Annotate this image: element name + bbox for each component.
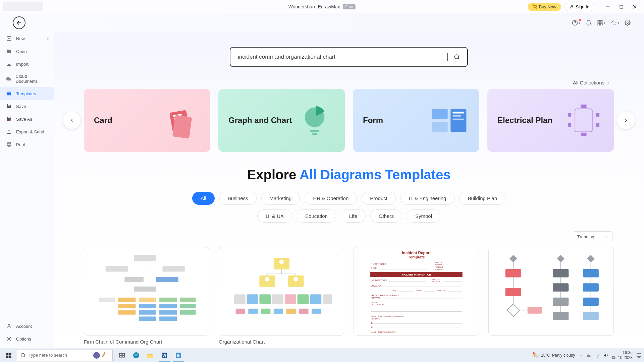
carousel-prev-button[interactable] [63, 112, 80, 129]
file-explorer-icon[interactable] [144, 349, 157, 362]
volume-icon[interactable] [603, 353, 609, 358]
chip-education[interactable]: Education [297, 209, 336, 223]
chip-business[interactable]: Business [219, 192, 257, 205]
template-card[interactable]: Incident Report Template REPORTED BY: DA… [354, 247, 479, 345]
svg-rect-93 [323, 294, 332, 304]
sidebar-item-import[interactable]: Import [0, 58, 54, 70]
sidebar-item-export[interactable]: Export & Send [0, 125, 54, 138]
weather-temp: 28°C [541, 353, 550, 358]
sidebar-item-account[interactable]: Account [0, 320, 54, 333]
svg-text:INCIDENT: INCIDENT [434, 266, 443, 268]
svg-rect-90 [284, 294, 296, 304]
word-icon[interactable]: W [158, 349, 171, 362]
export-icon [6, 129, 12, 135]
chip-building-plan[interactable]: Building Plan [459, 192, 505, 205]
start-button[interactable] [2, 349, 15, 362]
svg-rect-48 [596, 113, 599, 117]
edge-icon[interactable] [129, 349, 143, 362]
chip-ui-ux[interactable]: UI & UX [257, 209, 292, 223]
chip-life[interactable]: Life [341, 209, 366, 223]
svg-point-23 [9, 119, 11, 121]
sidebar-item-save[interactable]: Save [0, 100, 54, 113]
search-box[interactable] [230, 47, 468, 67]
category-card-form[interactable]: Form [353, 89, 479, 152]
add-icon[interactable]: + [46, 36, 49, 41]
minimize-button[interactable] [601, 2, 614, 12]
svg-text:Applicable):: Applicable): [371, 297, 380, 299]
sidebar-item-open[interactable]: Open [0, 45, 54, 58]
cart-icon [532, 4, 537, 9]
apps-button[interactable]: ▾ [597, 20, 605, 26]
chip-all[interactable]: All [192, 192, 215, 205]
sign-in-button[interactable]: Sign In [565, 3, 594, 11]
edrawmax-icon[interactable]: E [172, 349, 185, 362]
text-cursor [447, 53, 448, 61]
svg-rect-38 [312, 133, 317, 135]
print-icon [6, 141, 12, 147]
svg-text:ROLE:: ROLE: [371, 267, 377, 269]
svg-text:INCIDENT INFORMATION: INCIDENT INFORMATION [402, 273, 431, 276]
search-input[interactable] [238, 54, 446, 60]
svg-marker-162 [587, 255, 595, 263]
category-card-graph[interactable]: Graph and Chart [218, 89, 345, 152]
svg-rect-44 [452, 119, 464, 120]
svg-rect-22 [8, 117, 10, 118]
all-collections-label: All Collections [573, 80, 604, 85]
svg-point-191 [533, 352, 535, 354]
close-button[interactable] [628, 2, 641, 12]
chip-symbol[interactable]: Symbol [407, 209, 440, 223]
tray-chevron-icon[interactable] [579, 353, 583, 357]
clock[interactable]: 16:35 05-10-2023 [612, 350, 633, 360]
save-as-icon [6, 116, 12, 122]
maximize-button[interactable] [614, 2, 628, 12]
svg-rect-42 [452, 112, 464, 113]
svg-rect-179 [120, 353, 122, 355]
category-card-card[interactable]: Card [84, 89, 210, 152]
notifications-button[interactable] [586, 20, 592, 26]
taskbar: Type here to search W E 28°C Partly clou… [0, 348, 644, 362]
buy-now-button[interactable]: Buy Now [528, 3, 561, 11]
category-card-electrical[interactable]: Electrical Plan [487, 89, 614, 152]
svg-text:LOCATION:: LOCATION: [371, 285, 382, 287]
task-view-button[interactable] [115, 349, 129, 362]
back-button[interactable] [13, 16, 25, 29]
svg-point-192 [597, 357, 597, 357]
chip-product[interactable]: Product [362, 192, 396, 205]
notification-center-icon[interactable] [636, 352, 642, 358]
sort-select[interactable]: Trending [573, 231, 612, 242]
carousel-next-button[interactable] [617, 112, 635, 129]
search-icon[interactable] [454, 54, 460, 60]
svg-rect-171 [6, 353, 9, 355]
chip-others[interactable]: Others [370, 209, 402, 223]
all-collections-link[interactable]: All Collections [573, 80, 610, 85]
svg-point-0 [534, 8, 534, 9]
chip-hr-operation[interactable]: HR & Operation [305, 192, 357, 205]
interface-button[interactable]: ▾ [611, 20, 619, 26]
template-card[interactable]: Organizational Chart [219, 247, 344, 345]
sidebar-item-options[interactable]: Options [0, 333, 54, 345]
svg-text:INVOLVED:: INVOLVED: [371, 318, 380, 320]
taskbar-search[interactable]: Type here to search [17, 350, 113, 361]
settings-button[interactable] [625, 20, 631, 26]
home-tab-stub[interactable] [3, 2, 43, 11]
svg-rect-11 [598, 23, 599, 25]
svg-rect-89 [272, 294, 283, 304]
sidebar-item-print[interactable]: Print [0, 138, 54, 151]
template-card[interactable] [488, 247, 614, 345]
template-card[interactable]: Firm Chain of Command Org Chart [84, 247, 209, 345]
sidebar-item-templates[interactable]: Templates [0, 87, 54, 100]
sidebar-label: Account [16, 324, 32, 329]
sidebar-item-save-as[interactable]: Save As [0, 113, 54, 125]
weather-widget[interactable]: 28°C Partly cloudy [532, 352, 575, 359]
chip-it-engineering[interactable]: IT & Engineering [400, 192, 454, 205]
chip-marketing[interactable]: Marketing [261, 192, 300, 205]
svg-rect-70 [180, 304, 196, 308]
svg-text:NAME / ROLE / CONTACT OF PARTI: NAME / ROLE / CONTACT OF PARTIES [371, 315, 404, 317]
sidebar-item-new[interactable]: New + [0, 32, 54, 45]
sidebar-label: Import [16, 62, 29, 67]
wifi-icon[interactable] [595, 353, 600, 358]
help-button[interactable]: ▾ [572, 20, 580, 26]
onedrive-icon[interactable] [586, 353, 591, 358]
sidebar-item-cloud[interactable]: Cloud Documents [0, 70, 54, 87]
import-icon [6, 61, 12, 67]
